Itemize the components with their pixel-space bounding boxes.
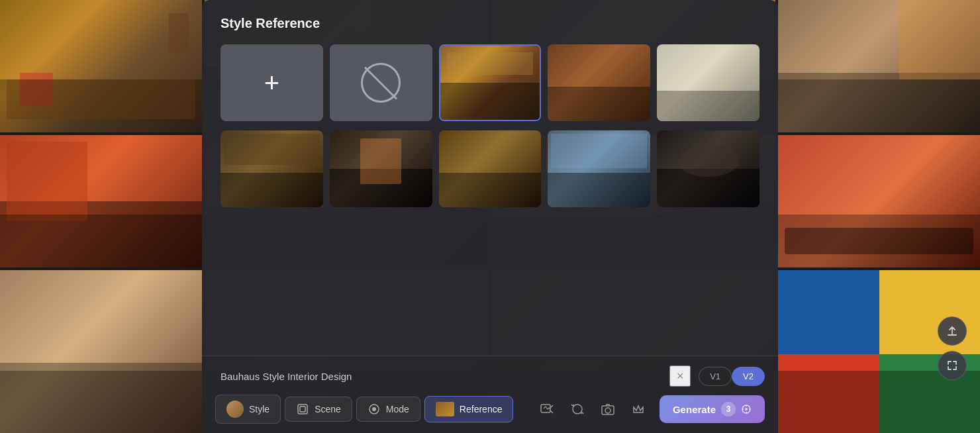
- style-button[interactable]: Style: [215, 395, 281, 424]
- svg-rect-0: [298, 405, 307, 414]
- version-v1-button[interactable]: V1: [699, 367, 732, 386]
- svg-rect-1: [300, 407, 305, 412]
- bg-image-8: [778, 135, 980, 267]
- version-v2-button[interactable]: V2: [732, 367, 765, 386]
- prompt-text: Bauhaus Style Interior Design: [215, 371, 669, 382]
- reference-button[interactable]: Reference: [424, 396, 514, 422]
- svg-point-8: [605, 408, 611, 413]
- grid-image-2[interactable]: [548, 44, 650, 121]
- svg-point-10: [745, 408, 748, 410]
- grid-image-5[interactable]: [330, 130, 432, 207]
- float-button-1[interactable]: [938, 316, 967, 346]
- crown-icon-button[interactable]: [626, 397, 650, 421]
- right-float-buttons: [938, 316, 967, 380]
- mode-button-label: Mode: [386, 404, 409, 414]
- prompt-bar: Bauhaus Style Interior Design × V1 V2: [215, 365, 765, 387]
- mode-icon: [368, 403, 381, 416]
- style-reference-panel: Style Reference +: [202, 0, 778, 356]
- style-button-label: Style: [249, 404, 270, 414]
- main-overlay: Style Reference +: [202, 0, 778, 433]
- mode-button[interactable]: Mode: [356, 397, 420, 422]
- bg-image-1: [0, 0, 202, 132]
- generate-label: Generate: [673, 404, 716, 415]
- scene-button-label: Scene: [315, 404, 341, 414]
- grid-image-8[interactable]: [657, 130, 760, 207]
- svg-rect-4: [541, 405, 550, 412]
- grid-image-6[interactable]: [439, 130, 542, 207]
- style-avatar: [226, 401, 244, 418]
- none-icon: [361, 63, 401, 103]
- panel-title: Style Reference: [220, 16, 760, 31]
- image-grid-row1: +: [220, 44, 760, 121]
- add-icon: +: [264, 70, 279, 96]
- version-toggle: V1 V2: [699, 367, 765, 386]
- generate-count: 3: [721, 402, 736, 416]
- tool-icon-group: [535, 397, 650, 421]
- grid-image-3[interactable]: [657, 44, 760, 121]
- reference-preview-image: [436, 402, 454, 416]
- bg-image-9: [0, 270, 202, 433]
- close-button[interactable]: ×: [669, 365, 691, 387]
- transform-icon-button[interactable]: [565, 397, 589, 421]
- generate-settings-icon: [741, 404, 752, 414]
- svg-point-3: [372, 407, 376, 411]
- generate-button[interactable]: Generate 3: [660, 395, 765, 423]
- upload-icon: [946, 324, 959, 338]
- camera-icon-button[interactable]: [596, 397, 620, 421]
- bg-image-4: [778, 0, 980, 132]
- grid-image-7[interactable]: [548, 130, 650, 207]
- grid-image-4[interactable]: [220, 130, 323, 207]
- bg-image-5: [0, 135, 202, 267]
- float-button-2[interactable]: [938, 351, 967, 380]
- add-image-button[interactable]: +: [220, 44, 323, 121]
- grid-image-1[interactable]: [439, 44, 542, 121]
- bottom-toolbar: Bauhaus Style Interior Design × V1 V2 St…: [202, 356, 778, 433]
- expand-icon: [946, 359, 959, 372]
- reference-button-label: Reference: [460, 404, 503, 414]
- scene-button[interactable]: Scene: [285, 397, 352, 422]
- none-option-button[interactable]: [330, 44, 432, 121]
- image-grid-row2: [220, 130, 760, 207]
- toolbar-row: Style Scene: [215, 395, 765, 424]
- scene-icon: [296, 403, 309, 416]
- image-edit-icon-button[interactable]: [535, 397, 559, 421]
